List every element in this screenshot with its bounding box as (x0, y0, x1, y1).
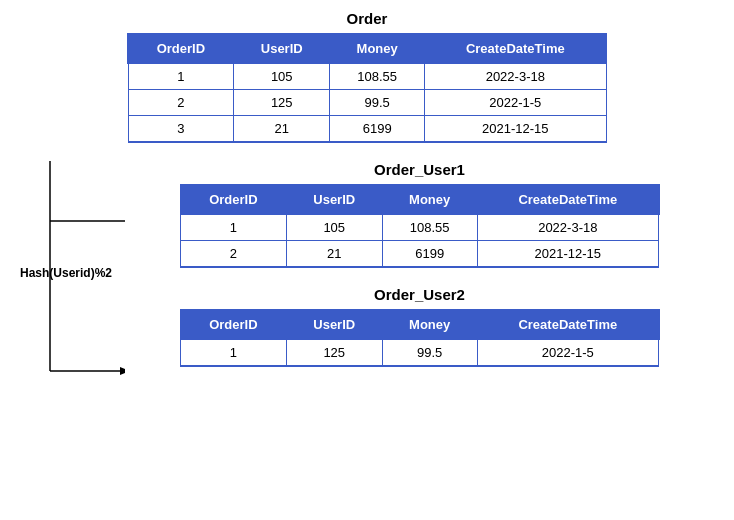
user2-col-datetime: CreateDateTime (477, 310, 658, 339)
table-row: 32161992021-12-15 (128, 116, 606, 143)
order-col-userid: UserID (234, 34, 330, 63)
order-col-money: Money (330, 34, 425, 63)
user1-col-datetime: CreateDateTime (477, 185, 658, 214)
order-title: Order (20, 10, 714, 27)
user2-col-money: Money (382, 310, 477, 339)
table-row: 212599.52022-1-5 (128, 90, 606, 116)
order-user2-table: OrderID UserID Money CreateDateTime 1125… (180, 309, 660, 367)
user2-col-orderid: OrderID (181, 310, 287, 339)
order-user1-title: Order_User1 (125, 161, 714, 178)
sub-tables-area: Order_User1 OrderID UserID Money CreateD… (125, 161, 714, 385)
table-cell: 1 (181, 214, 287, 241)
user1-col-userid: UserID (286, 185, 382, 214)
order-table: OrderID UserID Money CreateDateTime 1105… (127, 33, 607, 143)
table-cell: 108.55 (382, 214, 477, 241)
table-cell: 2 (181, 241, 287, 268)
table-cell: 2022-3-18 (477, 214, 658, 241)
user1-col-orderid: OrderID (181, 185, 287, 214)
table-cell: 1 (128, 63, 234, 90)
table-cell: 2022-3-18 (425, 63, 606, 90)
arrow-svg (20, 161, 125, 401)
user1-col-money: Money (382, 185, 477, 214)
table-cell: 21 (286, 241, 382, 268)
table-cell: 2 (128, 90, 234, 116)
table-cell: 125 (234, 90, 330, 116)
table-cell: 3 (128, 116, 234, 143)
table-cell: 125 (286, 339, 382, 366)
svg-marker-3 (120, 367, 125, 375)
table-row: 22161992021-12-15 (181, 241, 659, 268)
table-cell: 6199 (330, 116, 425, 143)
table-row: 1105108.552022-3-18 (181, 214, 659, 241)
table-cell: 2022-1-5 (425, 90, 606, 116)
order-user2-section: Order_User2 OrderID UserID Money CreateD… (125, 286, 714, 367)
table-cell: 105 (234, 63, 330, 90)
table-cell: 108.55 (330, 63, 425, 90)
table-row: 112599.52022-1-5 (181, 339, 659, 366)
user2-col-userid: UserID (286, 310, 382, 339)
order-col-datetime: CreateDateTime (425, 34, 606, 63)
table-cell: 99.5 (382, 339, 477, 366)
order-col-orderid: OrderID (128, 34, 234, 63)
table-cell: 2022-1-5 (477, 339, 658, 366)
table-cell: 21 (234, 116, 330, 143)
table-cell: 6199 (382, 241, 477, 268)
order-section: Order OrderID UserID Money CreateDateTim… (20, 10, 714, 143)
table-cell: 105 (286, 214, 382, 241)
hash-label: Hash(Userid)%2 (20, 266, 112, 280)
table-cell: 1 (181, 339, 287, 366)
table-cell: 2021-12-15 (425, 116, 606, 143)
table-row: 1105108.552022-3-18 (128, 63, 606, 90)
page-container: Order OrderID UserID Money CreateDateTim… (20, 10, 714, 385)
order-user1-table: OrderID UserID Money CreateDateTime 1105… (180, 184, 660, 268)
table-cell: 99.5 (330, 90, 425, 116)
order-user2-title: Order_User2 (125, 286, 714, 303)
order-user1-section: Order_User1 OrderID UserID Money CreateD… (125, 161, 714, 268)
table-cell: 2021-12-15 (477, 241, 658, 268)
